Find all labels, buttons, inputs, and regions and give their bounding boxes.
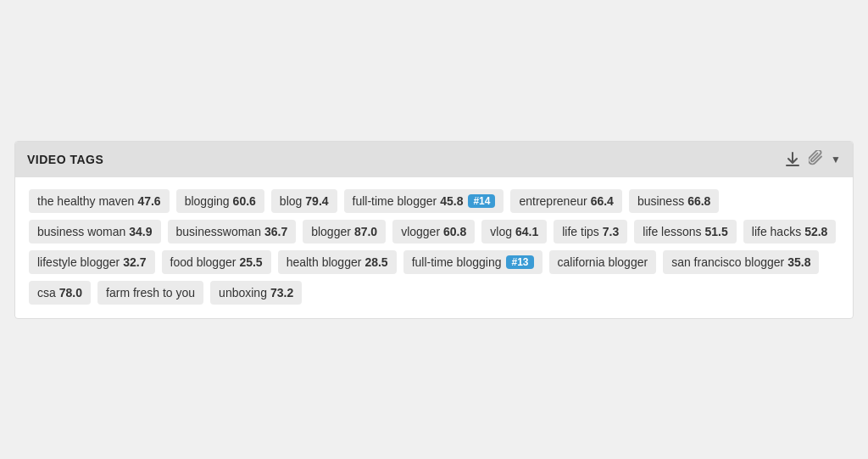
tag-score: 52.8 (804, 225, 827, 238)
tag-item[interactable]: food blogger25.5 (162, 250, 271, 274)
tag-item[interactable]: full-time blogging#13 (403, 250, 542, 274)
tag-item[interactable]: san francisco blogger35.8 (663, 250, 819, 274)
tag-name: business woman (37, 225, 125, 238)
paperclip-button[interactable] (809, 150, 824, 169)
widget-header: VIDEO TAGS ▼ (15, 142, 853, 177)
tag-item[interactable]: blogger87.0 (303, 220, 386, 243)
tag-name: farm fresh to you (106, 286, 195, 299)
tag-item[interactable]: business woman34.9 (29, 220, 161, 243)
tag-name: life lessons (643, 225, 701, 238)
tag-score: 36.7 (264, 225, 287, 238)
tag-score: 60.6 (233, 194, 256, 208)
tag-score: 7.3 (603, 225, 619, 238)
tag-item[interactable]: businesswoman36.7 (168, 220, 297, 243)
tag-item[interactable]: farm fresh to you (97, 281, 203, 305)
tag-item[interactable]: entrepreneur66.4 (510, 189, 621, 213)
tag-score: 78.0 (59, 286, 82, 299)
widget-title: VIDEO TAGS (27, 153, 103, 166)
tag-score: 79.4 (305, 194, 328, 208)
tag-name: csa (37, 286, 56, 299)
tag-score: 32.7 (123, 255, 146, 269)
tag-item[interactable]: blog79.4 (271, 189, 337, 213)
tag-name: california blogger (558, 255, 648, 269)
tag-score: 34.9 (129, 225, 152, 238)
tag-item[interactable]: blogging60.6 (176, 189, 264, 213)
tag-item[interactable]: life hacks52.8 (743, 220, 837, 243)
header-actions: ▼ (783, 150, 841, 169)
tag-name: lifestyle blogger (37, 255, 120, 269)
tag-item[interactable]: vlog64.1 (481, 220, 547, 243)
tag-score: 73.2 (270, 286, 293, 299)
tags-container: the healthy maven47.6blogging60.6blog79.… (15, 177, 853, 318)
tag-item[interactable]: full-time blogger45.8#14 (344, 189, 504, 213)
tag-name: life hacks (752, 225, 801, 238)
tag-item[interactable]: vlogger60.8 (392, 220, 475, 243)
tag-item[interactable]: health blogger28.5 (278, 250, 397, 274)
tag-name: san francisco blogger (671, 255, 784, 269)
tag-score: 64.1 (515, 225, 538, 238)
tag-name: full-time blogging (412, 255, 502, 269)
tag-name: blogging (185, 194, 230, 208)
tag-name: entrepreneur (519, 194, 587, 208)
tag-name: vlog (490, 225, 512, 238)
tag-badge: #13 (506, 255, 533, 269)
tag-score: 47.6 (137, 194, 160, 208)
tag-score: 51.5 (705, 225, 728, 238)
tag-name: business (637, 194, 684, 208)
tag-name: blog (280, 194, 302, 208)
tag-badge: #14 (468, 194, 495, 208)
tag-score: 87.0 (354, 225, 377, 238)
tag-item[interactable]: unboxing73.2 (210, 281, 302, 305)
tag-name: life tips (562, 225, 599, 238)
tag-item[interactable]: life lessons51.5 (634, 220, 737, 243)
tag-score: 66.4 (591, 194, 614, 208)
tag-name: health blogger (287, 255, 362, 269)
tag-item[interactable]: california blogger (549, 250, 657, 274)
collapse-chevron[interactable]: ▼ (831, 154, 841, 165)
tag-name: businesswoman (176, 225, 261, 238)
tag-score: 35.8 (787, 255, 810, 269)
tag-score: 45.8 (440, 194, 463, 208)
tag-item[interactable]: business66.8 (629, 189, 720, 213)
tag-item[interactable]: the healthy maven47.6 (29, 189, 170, 213)
tag-item[interactable]: csa78.0 (29, 281, 91, 305)
tag-name: food blogger (170, 255, 236, 269)
tag-score: 60.8 (443, 225, 466, 238)
tag-name: unboxing (219, 286, 267, 299)
download-button[interactable] (783, 150, 802, 169)
tag-score: 28.5 (364, 255, 387, 269)
tag-name: the healthy maven (37, 194, 134, 208)
tag-score: 25.5 (239, 255, 262, 269)
tag-name: full-time blogger (353, 194, 437, 208)
tag-name: vlogger (401, 225, 440, 238)
tag-item[interactable]: lifestyle blogger32.7 (29, 250, 155, 274)
tag-item[interactable]: life tips7.3 (554, 220, 627, 243)
tag-name: blogger (311, 225, 351, 238)
tag-score: 66.8 (687, 194, 710, 208)
video-tags-widget: VIDEO TAGS ▼ the healthy maven47.6bloggi… (14, 141, 854, 319)
